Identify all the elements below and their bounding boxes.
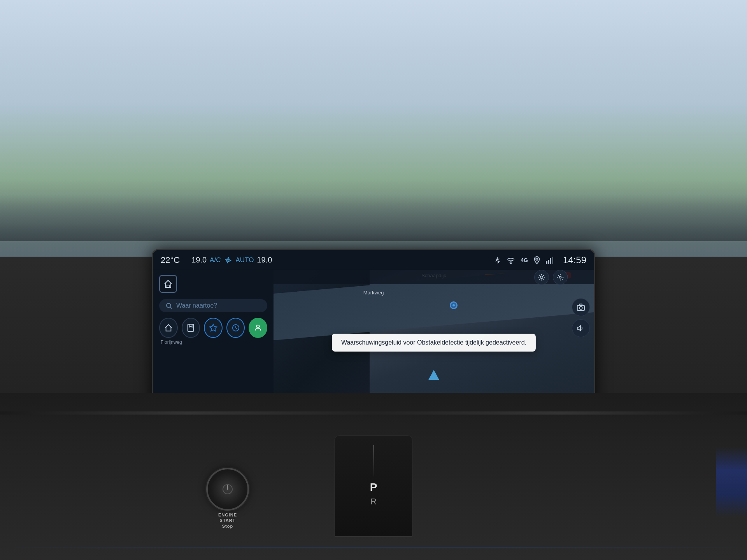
svg-rect-5 bbox=[550, 258, 551, 264]
gear-next: R bbox=[370, 497, 377, 507]
quick-btn-clock[interactable] bbox=[226, 318, 245, 338]
wifi-icon bbox=[507, 257, 515, 264]
volume-icon bbox=[577, 324, 585, 332]
bottom-indicator-light bbox=[0, 548, 747, 548]
search-icon bbox=[165, 302, 172, 309]
ac-right-temp: 19.0 bbox=[257, 256, 272, 264]
outside-temp: 22°C bbox=[161, 255, 180, 265]
vent-strip bbox=[0, 411, 747, 415]
map-right-buttons bbox=[571, 273, 591, 412]
fan-icon bbox=[224, 256, 232, 264]
engine-button-area: ENGINE START Stop bbox=[206, 468, 249, 529]
dashboard-physical: ENGINE START Stop P R bbox=[0, 393, 747, 560]
svg-point-13 bbox=[257, 325, 260, 328]
volume-button[interactable] bbox=[572, 319, 590, 337]
gear-selector[interactable]: P R bbox=[335, 436, 412, 537]
svg-rect-3 bbox=[546, 261, 547, 264]
svg-rect-6 bbox=[552, 257, 553, 264]
home-button[interactable] bbox=[159, 275, 177, 293]
time-display: 14:59 bbox=[563, 255, 586, 266]
photo-background bbox=[0, 0, 747, 257]
infotainment-screen: 22°C 19.0 A/C AUTO 19.0 bbox=[152, 249, 595, 416]
home-icon bbox=[163, 279, 173, 289]
map-top-bar bbox=[274, 270, 594, 284]
ambient-light bbox=[716, 447, 747, 517]
engine-button-label: ENGINE START Stop bbox=[218, 512, 237, 529]
svg-point-17 bbox=[452, 304, 455, 306]
ac-controls[interactable]: 19.0 A/C AUTO 19.0 bbox=[191, 256, 272, 264]
search-bar[interactable]: Waar naartoe? bbox=[159, 299, 267, 312]
svg-marker-22 bbox=[577, 326, 580, 331]
network-icon: 4G bbox=[521, 257, 528, 263]
brightness-button[interactable] bbox=[534, 270, 549, 285]
ac-left-temp: 19.0 bbox=[191, 256, 207, 264]
quick-btn-person[interactable] bbox=[249, 318, 267, 338]
quick-buttons-row bbox=[159, 318, 267, 338]
dashboard: 22°C 19.0 A/C AUTO 19.0 bbox=[0, 257, 747, 560]
svg-point-18 bbox=[540, 276, 543, 279]
svg-point-1 bbox=[510, 262, 512, 263]
quick-btn-home[interactable] bbox=[159, 318, 178, 338]
svg-rect-10 bbox=[188, 324, 194, 331]
status-icons: 4G 14:59 bbox=[494, 255, 586, 266]
svg-point-2 bbox=[536, 258, 538, 260]
svg-line-9 bbox=[170, 307, 172, 308]
camera-button[interactable] bbox=[572, 298, 590, 316]
cars-silhouette bbox=[0, 194, 747, 241]
svg-point-0 bbox=[227, 259, 230, 261]
dash-surface: ENGINE START Stop P R bbox=[0, 393, 747, 560]
warning-text: Waarschuwingsgeluid voor Obstakeldetecti… bbox=[341, 339, 526, 346]
search-placeholder: Waar naartoe? bbox=[176, 302, 217, 309]
road-label-markweg: Markweg bbox=[363, 290, 384, 296]
gps-icon bbox=[533, 256, 540, 264]
status-bar: 22°C 19.0 A/C AUTO 19.0 bbox=[153, 250, 594, 270]
camera-icon bbox=[577, 303, 585, 312]
svg-rect-7 bbox=[167, 285, 169, 287]
gear-accent-bar bbox=[373, 445, 374, 476]
svg-rect-4 bbox=[548, 260, 549, 264]
home-button-row bbox=[159, 275, 267, 293]
warning-popup: Waarschuwingsgeluid voor Obstakeldetecti… bbox=[332, 334, 536, 352]
ac-mode: AUTO bbox=[235, 256, 254, 264]
svg-point-21 bbox=[579, 306, 582, 309]
signal-icon bbox=[546, 257, 554, 264]
svg-point-19 bbox=[559, 276, 561, 278]
power-ring-icon bbox=[222, 483, 233, 495]
gear-current: P bbox=[370, 481, 377, 494]
quick-btn-star[interactable] bbox=[204, 318, 223, 338]
brightness-icon bbox=[538, 273, 545, 281]
engine-start-button[interactable] bbox=[206, 468, 249, 511]
settings-icon bbox=[556, 273, 564, 281]
svg-point-8 bbox=[167, 303, 171, 308]
bluetooth-icon bbox=[494, 256, 501, 264]
quick-btn-save[interactable] bbox=[182, 318, 200, 338]
street-label: Florijnweg bbox=[161, 340, 181, 345]
settings-button[interactable] bbox=[553, 270, 568, 285]
ac-label: A/C bbox=[210, 256, 221, 264]
navigation-arrow bbox=[428, 370, 439, 380]
svg-marker-11 bbox=[210, 324, 217, 331]
